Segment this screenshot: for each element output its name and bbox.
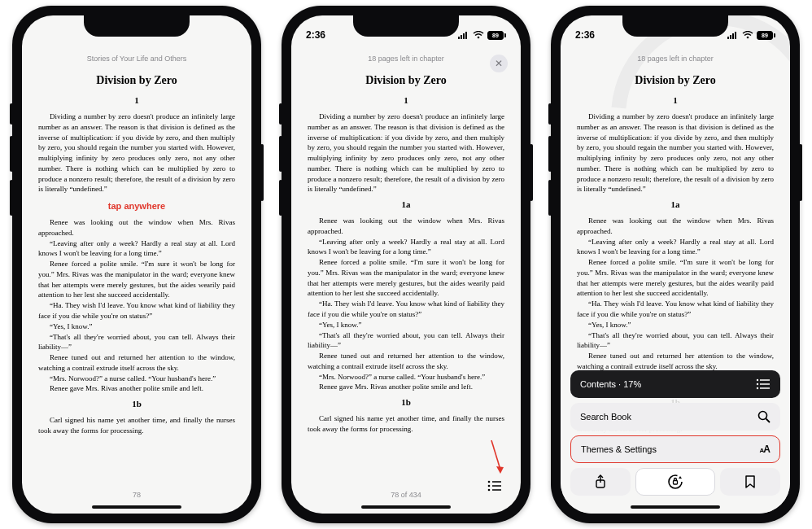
svg-point-17 <box>747 37 749 39</box>
search-book-menu-item[interactable]: Search Book <box>570 403 780 431</box>
book-title-header: Stories of Your Life and Others <box>38 55 235 64</box>
svg-rect-0 <box>458 37 460 39</box>
body-paragraph: Dividing a number by zero doesn't produc… <box>308 111 504 195</box>
tap-anywhere-callout: tap anywhere <box>38 201 235 211</box>
menu-list-icon <box>485 476 504 496</box>
themes-label: Themes & Settings <box>581 444 657 454</box>
body-paragraph: Renee was looking out the window when Mr… <box>38 217 235 238</box>
bookmark-icon <box>744 474 756 489</box>
page-number: 78 <box>22 491 251 499</box>
svg-rect-13 <box>727 37 729 39</box>
svg-point-18 <box>757 379 758 381</box>
battery-icon: 89 <box>757 31 775 40</box>
svg-rect-14 <box>730 35 731 39</box>
body-paragraph: Carl signed his name yet another time, a… <box>38 415 235 436</box>
reading-menu-button[interactable] <box>485 476 504 496</box>
body-paragraph: “Leaving after only a week? Hardly a rea… <box>577 237 774 258</box>
chapter-title: Division by Zero <box>38 74 235 87</box>
section-1a: 1a <box>577 199 774 209</box>
body-paragraph: “Ha. They wish I'd leave. You know what … <box>577 299 774 320</box>
phone-frame-3: 2:36 89 18 pages left in chapter Divisio… <box>551 6 800 523</box>
close-icon: ✕ <box>495 58 503 69</box>
body-paragraph: Renee tuned out and returned her attenti… <box>577 351 774 372</box>
body-paragraph: Renee gave Mrs. Rivas another polite smi… <box>38 383 235 394</box>
font-size-icon: AA <box>760 444 770 455</box>
themes-settings-menu-item[interactable]: Themes & Settings AA <box>570 435 780 463</box>
home-indicator[interactable] <box>361 505 451 509</box>
phone-frame-2: 2:36 89 18 pages left in chapter Divisio… <box>282 6 530 523</box>
search-icon <box>757 410 771 423</box>
body-paragraph: “Ha. They wish I'd leave. You know what … <box>308 299 504 320</box>
body-paragraph: “Leaving after only a week? Hardly a rea… <box>38 238 235 260</box>
svg-point-4 <box>478 37 480 39</box>
list-icon <box>756 378 771 390</box>
bookmark-button[interactable] <box>720 468 780 496</box>
close-button[interactable]: ✕ <box>490 55 508 72</box>
home-indicator[interactable] <box>92 505 181 509</box>
svg-point-7 <box>488 481 491 483</box>
body-paragraph: “Mrs. Norwood?” a nurse called. “Your hu… <box>38 374 235 384</box>
body-paragraph: “Yes, I know.” <box>308 320 504 330</box>
pages-left-header: 18 pages left in chapter <box>308 55 504 64</box>
home-indicator[interactable] <box>631 505 720 509</box>
pages-left-header: 18 pages left in chapter <box>577 55 774 64</box>
search-label: Search Book <box>580 412 631 422</box>
share-button[interactable] <box>570 468 631 496</box>
svg-rect-16 <box>735 32 736 39</box>
wifi-icon <box>742 31 753 39</box>
reader-view[interactable]: Stories of Your Life and Others Division… <box>22 15 251 514</box>
body-paragraph: Dividing a number by zero doesn't produc… <box>38 111 235 195</box>
body-paragraph: Carl signed his name yet another time, a… <box>308 413 504 435</box>
orientation-lock-icon <box>666 473 684 491</box>
section-1b: 1b <box>38 399 235 409</box>
battery-icon: 89 <box>487 31 506 40</box>
svg-marker-6 <box>496 466 504 474</box>
body-paragraph: “That's all they're worried about, you c… <box>308 330 504 352</box>
status-time: 2:36 <box>306 29 325 41</box>
body-paragraph: Renee gave Mrs. Rivas another polite smi… <box>308 382 504 392</box>
svg-rect-3 <box>465 32 467 39</box>
body-paragraph: Renee forced a polite smile. “I'm sure i… <box>38 259 235 300</box>
body-paragraph: Renee tuned out and returned her attenti… <box>308 351 504 372</box>
svg-rect-29 <box>674 481 678 485</box>
section-1b: 1b <box>308 397 504 407</box>
cellular-icon <box>727 31 739 39</box>
phone-frame-1: Stories of Your Life and Others Division… <box>12 6 261 523</box>
svg-rect-1 <box>461 35 462 39</box>
body-paragraph: “That's all they're worried about, you c… <box>577 330 774 352</box>
svg-point-9 <box>488 485 491 487</box>
contents-menu-item[interactable]: Contents · 17% <box>570 370 780 398</box>
wifi-icon <box>473 31 484 39</box>
body-paragraph: Renee forced a polite smile. “I'm sure i… <box>577 257 774 299</box>
body-paragraph: “Leaving after only a week? Hardly a rea… <box>308 237 504 258</box>
svg-rect-15 <box>732 33 734 39</box>
arrow-annotation <box>487 439 504 474</box>
section-1: 1 <box>308 95 504 105</box>
section-1a: 1a <box>308 199 504 209</box>
svg-line-5 <box>491 440 500 470</box>
body-paragraph: “Ha. They wish I'd leave. You know what … <box>38 300 235 321</box>
svg-point-11 <box>488 489 491 492</box>
body-paragraph: Renee forced a polite smile. “I'm sure i… <box>308 257 504 299</box>
body-paragraph: Renee tuned out and returned her attenti… <box>38 352 235 374</box>
screen-1[interactable]: Stories of Your Life and Others Division… <box>22 15 251 514</box>
screen-3[interactable]: 2:36 89 18 pages left in chapter Divisio… <box>561 15 790 514</box>
three-phone-stage: Stories of Your Life and Others Division… <box>0 0 812 529</box>
share-icon <box>594 474 607 489</box>
status-time: 2:36 <box>575 29 595 41</box>
section-1: 1 <box>577 95 774 105</box>
body-paragraph: Renee was looking out the window when Mr… <box>308 216 504 237</box>
svg-line-25 <box>766 419 771 423</box>
svg-rect-2 <box>463 33 465 39</box>
cellular-icon <box>458 31 469 39</box>
body-paragraph: “Yes, I know.” <box>38 321 235 332</box>
body-paragraph: “Yes, I know.” <box>577 320 774 330</box>
contents-label: Contents · 17% <box>580 379 641 389</box>
chapter-title: Division by Zero <box>308 74 504 87</box>
section-1: 1 <box>38 95 235 105</box>
body-paragraph: Dividing a number by zero doesn't produc… <box>577 111 774 195</box>
svg-point-24 <box>759 412 767 420</box>
body-paragraph: “Mrs. Norwood?” a nurse called. “Your hu… <box>308 372 504 383</box>
screen-2[interactable]: 2:36 89 18 pages left in chapter Divisio… <box>291 15 521 514</box>
orientation-lock-button[interactable] <box>635 468 715 496</box>
